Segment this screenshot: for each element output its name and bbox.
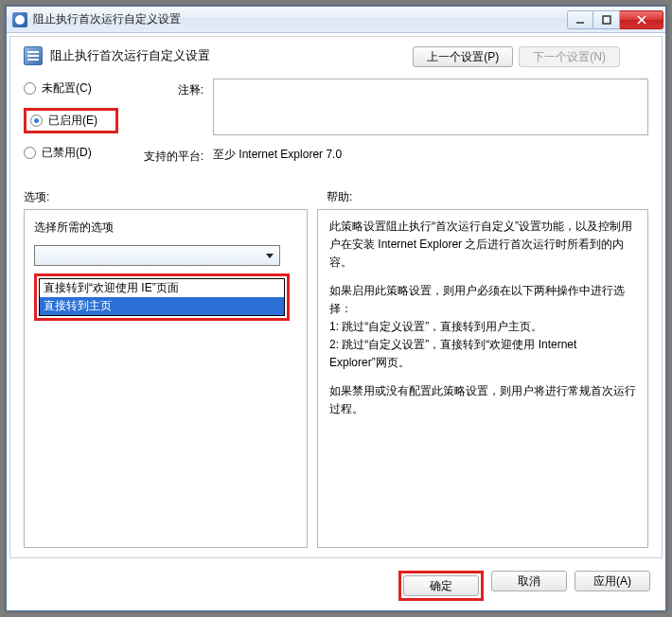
radio-label: 已启用(E) [48, 113, 97, 129]
window-buttons [567, 10, 663, 29]
close-button[interactable] [620, 10, 663, 29]
panels: 选择所需的选项 直接转到“欢迎使用 IE”页面 直接转到主页 [24, 209, 648, 548]
option-combobox[interactable] [34, 245, 280, 266]
policy-icon [24, 46, 43, 65]
option-field-label: 选择所需的选项 [34, 220, 297, 236]
svg-rect-1 [603, 16, 610, 24]
radio-not-configured[interactable]: 未配置(C) [24, 80, 118, 97]
window-title: 阻止执行首次运行自定义设置 [33, 11, 181, 27]
dropdown-item[interactable]: 直接转到主页 [40, 297, 284, 315]
chevron-down-icon [262, 248, 277, 263]
header-row: 阻止执行首次运行自定义设置 上一个设置(P) 下一个设置(N) [24, 46, 648, 67]
help-panel: 此策略设置阻止执行“首次运行自定义”设置功能，以及控制用户在安装 Interne… [317, 209, 648, 548]
radio-label: 未配置(C) [42, 80, 92, 97]
radio-label: 已禁用(D) [42, 145, 92, 161]
dropdown-item[interactable]: 直接转到“欢迎使用 IE”页面 [40, 279, 284, 297]
apply-button[interactable]: 应用(A) [575, 571, 650, 591]
radio-icon [24, 147, 36, 159]
next-setting-button: 下一个设置(N) [519, 46, 620, 67]
minimize-button[interactable] [567, 10, 593, 29]
state-column: 未配置(C) 已启用(E) 已禁用(D) [24, 79, 118, 165]
policy-title: 阻止执行首次运行自定义设置 [50, 47, 210, 64]
dialog-window: 阻止执行首次运行自定义设置 阻止执行首次运行自定义设置 上一个设置(P) 下一个… [6, 6, 666, 611]
mid-labels: 选项: 帮助: [24, 189, 648, 205]
help-paragraph: 此策略设置阻止执行“首次运行自定义”设置功能，以及控制用户在安装 Interne… [329, 218, 636, 273]
radio-icon [30, 115, 43, 127]
comment-textarea[interactable] [213, 79, 648, 135]
footer: 确定 取消 应用(A) [7, 561, 665, 610]
ok-button[interactable]: 确定 [403, 575, 479, 596]
radio-icon [24, 82, 36, 95]
config-block: 未配置(C) 已启用(E) 已禁用(D) 注释: [24, 79, 648, 165]
prev-setting-button[interactable]: 上一个设置(P) [413, 46, 513, 67]
maximize-button[interactable] [593, 10, 620, 29]
comment-label: 注释: [137, 79, 203, 98]
platform-value: 至少 Internet Explorer 7.0 [213, 145, 342, 163]
app-icon [12, 12, 27, 27]
titlebar[interactable]: 阻止执行首次运行自定义设置 [7, 7, 665, 33]
cancel-button[interactable]: 取消 [491, 571, 567, 591]
highlight-dropdown: 直接转到“欢迎使用 IE”页面 直接转到主页 [34, 273, 290, 321]
help-paragraph: 如果启用此策略设置，则用户必须在以下两种操作中进行选择： [329, 282, 636, 318]
options-section-label: 选项: [24, 189, 308, 205]
highlight-enabled: 已启用(E) [24, 108, 118, 133]
info-column: 注释: 支持的平台: 至少 Internet Explorer 7.0 [137, 79, 648, 165]
help-section-label: 帮助: [327, 189, 352, 205]
option-dropdown-list: 直接转到“欢迎使用 IE”页面 直接转到主页 [39, 278, 285, 316]
radio-disabled[interactable]: 已禁用(D) [24, 145, 118, 161]
content-area: 阻止执行首次运行自定义设置 上一个设置(P) 下一个设置(N) 未配置(C) 已… [9, 36, 663, 558]
svg-marker-4 [266, 254, 274, 258]
highlight-ok: 确定 [398, 571, 484, 601]
help-line: 2: 跳过“自定义设置”，直接转到“欢迎使用 Internet Explorer… [329, 336, 636, 372]
help-paragraph: 如果禁用或没有配置此策略设置，则用户将进行常规首次运行过程。 [329, 382, 636, 418]
platform-label: 支持的平台: [137, 145, 203, 165]
help-line: 1: 跳过“自定义设置”，直接转到用户主页。 [329, 318, 636, 336]
radio-enabled[interactable]: 已启用(E) [30, 113, 97, 129]
options-panel: 选择所需的选项 直接转到“欢迎使用 IE”页面 直接转到主页 [24, 209, 308, 548]
